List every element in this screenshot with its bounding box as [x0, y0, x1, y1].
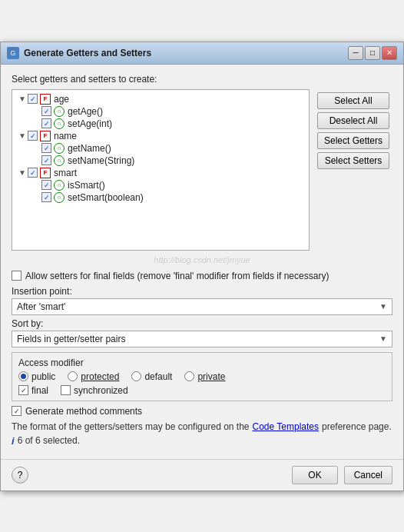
- help-button[interactable]: ?: [12, 467, 28, 484]
- tree-item-getname[interactable]: ○ getName(): [14, 142, 307, 155]
- select-all-button[interactable]: Select All: [317, 92, 389, 109]
- radio-row: public protected default private: [18, 371, 386, 382]
- radio-label-public: public: [31, 371, 55, 382]
- method-icon-getname: ○: [54, 143, 65, 154]
- expand-arrow-smart: ▼: [17, 168, 28, 177]
- expand-arrow-age: ▼: [17, 95, 28, 103]
- checkbox-name[interactable]: [28, 131, 38, 141]
- restore-button[interactable]: □: [365, 46, 380, 60]
- info-suffix: preference page.: [322, 421, 392, 432]
- allow-final-label: Allow setters for final fields (remove '…: [25, 271, 329, 281]
- radio-protected[interactable]: protected: [68, 371, 119, 382]
- minimize-button[interactable]: ─: [348, 46, 363, 60]
- method-icon-setsmart: ○: [54, 192, 65, 203]
- checkbox-getage[interactable]: [41, 106, 51, 116]
- synchronized-label: synchronized: [74, 385, 128, 396]
- radio-public[interactable]: public: [18, 371, 55, 382]
- label-age: age: [54, 94, 69, 105]
- tree-panel[interactable]: ▼ F age ○ getAge() ○ setAge(int: [12, 89, 310, 251]
- radio-private[interactable]: private: [184, 371, 225, 382]
- method-icon-issmart: ○: [54, 180, 65, 191]
- expand-arrow-name: ▼: [17, 131, 28, 140]
- generate-comments-checkbox[interactable]: [12, 406, 22, 416]
- method-icon-getage: ○: [54, 106, 65, 117]
- ok-button[interactable]: OK: [292, 466, 337, 484]
- window-title: Generate Getters and Setters: [24, 48, 151, 58]
- label-smart: smart: [54, 168, 77, 178]
- checkbox-issmart[interactable]: [41, 180, 51, 190]
- generate-comments-label: Generate method comments: [25, 406, 142, 417]
- checkbox-age[interactable]: [28, 94, 38, 104]
- radio-label-private: private: [197, 371, 225, 382]
- radio-circle-public[interactable]: [18, 371, 28, 381]
- radio-circle-protected[interactable]: [68, 371, 78, 381]
- label-setage: setAge(int): [68, 118, 112, 129]
- insertion-point-dropdown[interactable]: After 'smart' ▼: [12, 298, 392, 315]
- insertion-point-value: After 'smart': [17, 301, 65, 312]
- tree-item-setname[interactable]: ○ setName(String): [14, 155, 307, 167]
- tree-item-smart[interactable]: ▼ F smart: [14, 167, 307, 179]
- method-icon-setage: ○: [54, 118, 65, 129]
- label-getname: getName(): [68, 143, 111, 154]
- sort-by-group: Sort by: Fields in getter/setter pairs ▼: [12, 318, 392, 347]
- modifier-checkboxes: final synchronized: [18, 385, 386, 396]
- checkbox-getname[interactable]: [41, 143, 51, 153]
- close-button[interactable]: ✕: [382, 46, 397, 60]
- synchronized-checkbox[interactable]: [61, 385, 71, 395]
- code-templates-link[interactable]: Code Templates: [253, 421, 320, 432]
- field-icon-smart: F: [40, 168, 51, 178]
- select-getters-button[interactable]: Select Getters: [317, 132, 389, 149]
- radio-label-default: default: [144, 371, 172, 382]
- tree-item-getage[interactable]: ○ getAge(): [14, 105, 307, 118]
- status-row: i 6 of 6 selected.: [12, 435, 392, 447]
- status-icon: i: [12, 435, 15, 447]
- select-setters-button[interactable]: Select Setters: [317, 152, 389, 169]
- sort-by-value: Fields in getter/setter pairs: [17, 334, 125, 344]
- field-icon-age: F: [40, 94, 51, 105]
- method-icon-setname: ○: [54, 155, 65, 166]
- tree-item-issmart[interactable]: ○ isSmart(): [14, 179, 307, 191]
- status-text: 6 of 6 selected.: [18, 435, 80, 446]
- tree-item-setage[interactable]: ○ setAge(int): [14, 118, 307, 130]
- radio-circle-private[interactable]: [184, 371, 194, 381]
- dropdown-arrow-insertion: ▼: [379, 302, 387, 311]
- dropdown-arrow-sort: ▼: [379, 334, 387, 343]
- bottom-right: OK Cancel: [292, 466, 392, 484]
- checkbox-smart[interactable]: [28, 168, 38, 178]
- deselect-all-button[interactable]: Deselect All: [317, 112, 389, 129]
- label-setname: setName(String): [68, 155, 134, 166]
- allow-final-row: Allow setters for final fields (remove '…: [12, 271, 392, 281]
- allow-final-checkbox[interactable]: [12, 271, 22, 281]
- window-icon: G: [7, 47, 19, 59]
- cancel-button[interactable]: Cancel: [344, 466, 392, 484]
- label-name: name: [54, 131, 77, 141]
- main-window: G Generate Getters and Setters ─ □ ✕ Sel…: [0, 42, 404, 491]
- watermark: http://blog.csdn.net/jmyue: [12, 254, 392, 266]
- tree-item-name[interactable]: ▼ F name: [14, 130, 307, 142]
- label-getage: getAge(): [68, 106, 103, 117]
- access-modifier-group: Access modifier public protected default…: [12, 352, 392, 401]
- final-checkbox[interactable]: [18, 385, 28, 395]
- checkbox-setsmart[interactable]: [41, 192, 51, 202]
- checkbox-setage[interactable]: [41, 118, 51, 128]
- info-prefix: The format of the getters/setters may be…: [12, 421, 250, 432]
- insertion-point-group: Insertion point: After 'smart' ▼: [12, 286, 392, 315]
- label-setsmart: setSmart(boolean): [68, 192, 144, 203]
- sidebar-buttons: Select All Deselect All Select Getters S…: [314, 89, 392, 251]
- info-text-row: The format of the getters/setters may be…: [12, 421, 392, 432]
- tree-item-setsmart[interactable]: ○ setSmart(boolean): [14, 191, 307, 204]
- radio-label-protected: protected: [81, 371, 119, 382]
- synchronized-checkbox-item[interactable]: synchronized: [61, 385, 128, 396]
- bottom-left: ?: [12, 467, 28, 484]
- radio-default[interactable]: default: [131, 371, 172, 382]
- checkbox-setname[interactable]: [41, 155, 51, 165]
- title-bar-left: G Generate Getters and Setters: [7, 47, 151, 59]
- bottom-bar: ? OK Cancel: [1, 459, 403, 490]
- tree-item-age[interactable]: ▼ F age: [14, 93, 307, 105]
- access-modifier-label: Access modifier: [18, 357, 386, 368]
- sort-by-dropdown[interactable]: Fields in getter/setter pairs ▼: [12, 331, 392, 347]
- generate-comments-row: Generate method comments: [12, 406, 392, 417]
- label-issmart: isSmart(): [68, 180, 105, 191]
- final-checkbox-item[interactable]: final: [18, 385, 48, 396]
- radio-circle-default[interactable]: [131, 371, 141, 381]
